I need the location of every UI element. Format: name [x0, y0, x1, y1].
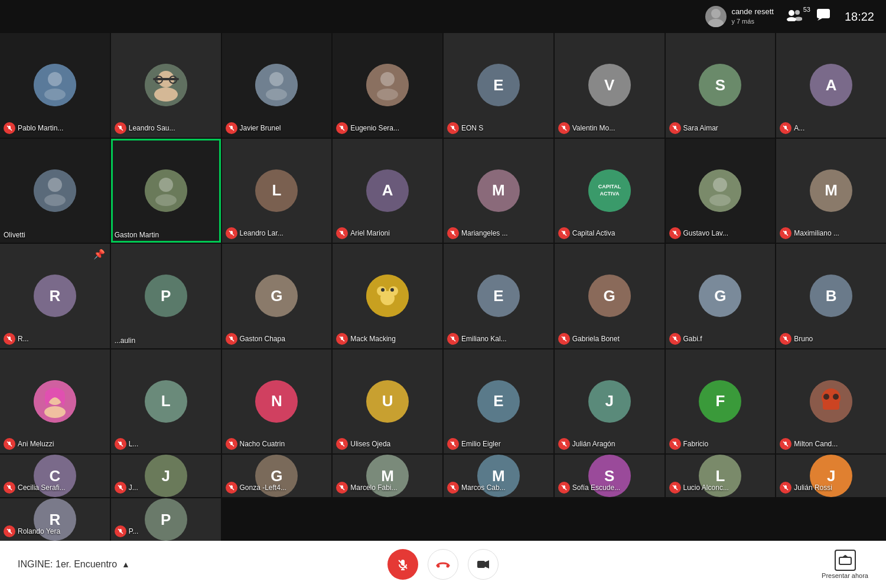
- participant-avatar: [699, 169, 741, 212]
- participant-avatar: [255, 64, 298, 106]
- chat-icon[interactable]: [816, 8, 830, 25]
- muted-icon: [558, 227, 570, 239]
- tile-label: Fabricio: [669, 438, 772, 450]
- muted-icon: [115, 122, 126, 134]
- bottom-bar: INGINE: 1er. Encuentro ▲: [0, 541, 886, 588]
- video-tile-19: Mack Macking: [333, 244, 442, 348]
- participant-name: Sara Aimar: [683, 124, 718, 132]
- muted-icon: [780, 122, 791, 134]
- svg-rect-6: [817, 9, 830, 18]
- svg-point-57: [713, 178, 727, 192]
- svg-text:CAPITAL: CAPITAL: [598, 184, 621, 190]
- present-now-button[interactable]: Presentar ahora: [822, 550, 868, 579]
- video-tile-11: AAriel Marioni: [333, 139, 442, 243]
- muted-icon: [669, 438, 681, 450]
- participant-avatar: L: [145, 380, 187, 423]
- presenter-info: cande resett y 7 más: [731, 6, 774, 27]
- muted-icon: [780, 227, 791, 239]
- muted-icon: [558, 438, 570, 450]
- svg-point-4: [795, 10, 800, 15]
- tile-label: J...: [115, 482, 217, 494]
- participant-name: Ulises Ojeda: [350, 440, 390, 448]
- participant-name: J...: [129, 484, 138, 492]
- svg-point-9: [48, 72, 62, 86]
- video-tile-14: Gustavo Lav...: [666, 139, 776, 243]
- svg-rect-135: [839, 557, 851, 564]
- participant-name: Ariel Marioni: [350, 229, 390, 237]
- tile-label: Valentin Mo...: [558, 122, 661, 134]
- meeting-controls: [387, 549, 499, 580]
- video-grid: Pablo Martin...Leandro Sau...Javier Brun…: [0, 33, 886, 541]
- tile-label: Ulises Ojeda: [336, 438, 439, 450]
- tile-label: Gaston Chapa: [226, 333, 328, 345]
- participant-name: Olivetti: [4, 231, 25, 239]
- participants-icon[interactable]: 53: [786, 8, 802, 25]
- tile-label: EON S: [447, 122, 550, 134]
- participant-name: P...: [129, 527, 138, 535]
- tile-label: Cecilia Serafi...: [4, 482, 106, 494]
- video-tile-7: AA...: [776, 33, 886, 138]
- tile-label: Leandro Lar...: [226, 227, 328, 239]
- muted-icon: [226, 122, 237, 134]
- present-icon: [835, 550, 856, 571]
- muted-icon: [4, 482, 15, 494]
- video-toggle-button[interactable]: [468, 549, 499, 580]
- participant-avatar: [810, 380, 852, 423]
- tile-label: Marcos Cab...: [447, 482, 550, 494]
- tile-label: Bruno: [780, 333, 882, 345]
- svg-point-104: [833, 394, 839, 400]
- muted-icon: [336, 482, 348, 494]
- tile-label: Maximiliano ...: [780, 227, 882, 239]
- muted-icon: [669, 482, 681, 494]
- muted-icon: [336, 438, 348, 450]
- tile-label: Sofía Escude...: [558, 482, 661, 494]
- participant-avatar: L: [255, 169, 298, 212]
- participant-name: Sofía Escude...: [572, 484, 620, 492]
- tile-label: ...aulin: [115, 337, 217, 345]
- muted-icon: [558, 333, 570, 345]
- video-tile-40: RRolando Yera: [0, 498, 110, 541]
- mute-button[interactable]: [387, 549, 418, 580]
- presenter-section: cande resett y 7 más: [705, 6, 774, 27]
- muted-icon: [336, 122, 348, 134]
- top-bar: cande resett y 7 más 53 18:22: [0, 0, 886, 33]
- tile-label: Olivetti: [4, 231, 106, 239]
- tile-label: Marcelo Fabi...: [336, 482, 439, 494]
- video-tile-33: JJ...: [111, 455, 221, 497]
- tile-label: R...: [4, 333, 106, 345]
- video-tile-25: LL...: [111, 349, 221, 454]
- participant-avatar: G: [699, 275, 741, 317]
- presenter-sub: y 7 más: [731, 17, 774, 26]
- tile-label: Ani Meluzzi: [4, 438, 106, 450]
- chevron-up-icon[interactable]: ▲: [122, 560, 130, 569]
- participant-avatar: [145, 169, 187, 212]
- participant-name: Valentin Mo...: [572, 124, 615, 132]
- tile-label: Javier Brunel: [226, 122, 328, 134]
- muted-icon: [115, 525, 126, 537]
- svg-point-18: [154, 87, 178, 102]
- participant-name: Javier Brunel: [240, 124, 281, 132]
- participant-name: Emiliano Kal...: [461, 335, 507, 343]
- participant-avatar: B: [810, 275, 852, 317]
- tile-label: Gabi.f: [669, 333, 772, 345]
- participant-name: Emilio Eigler: [461, 440, 501, 448]
- svg-point-10: [44, 89, 66, 100]
- presenter-avatar: [705, 6, 727, 27]
- video-tile-36: MMarcos Cab...: [444, 455, 553, 497]
- end-call-button[interactable]: [428, 549, 458, 580]
- participant-name: EON S: [461, 124, 483, 132]
- svg-point-27: [380, 72, 395, 86]
- video-tile-3: Eugenio Sera...: [333, 33, 442, 138]
- video-tile-30: FFabricio: [666, 349, 776, 454]
- meeting-title-section: INGINE: 1er. Encuentro ▲: [18, 559, 130, 570]
- video-tile-28: EEmilio Eigler: [444, 349, 553, 454]
- tile-label: Mack Macking: [336, 333, 439, 345]
- svg-point-22: [269, 72, 284, 86]
- svg-point-131: [437, 565, 440, 568]
- muted-icon: [226, 482, 237, 494]
- tile-label: Gabriela Bonet: [558, 333, 661, 345]
- participant-name: Milton Cand...: [794, 440, 838, 448]
- participant-name: Lucio Alconc...: [683, 484, 729, 492]
- participant-avatar: CAPITALACTIVA: [588, 169, 631, 212]
- video-tile-26: NNacho Cuatrin: [222, 349, 332, 454]
